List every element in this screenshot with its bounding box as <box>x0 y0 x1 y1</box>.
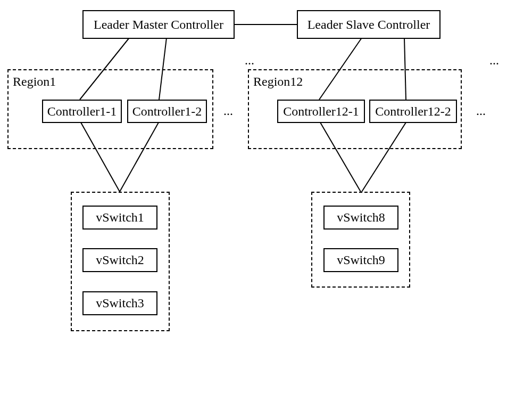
controller-12-1-label: Controller12-1 <box>283 104 359 119</box>
vswitch9-label: vSwitch9 <box>337 253 385 267</box>
leader-master-box: Leader Master Controller <box>82 10 235 39</box>
vswitch2-box: vSwitch2 <box>82 248 157 272</box>
vswitch8-label: vSwitch8 <box>337 210 385 225</box>
controller-1-2-label: Controller1-2 <box>132 104 202 119</box>
ellipsis-mid-right: ... <box>476 104 486 118</box>
controller-1-1-label: Controller1-1 <box>47 104 117 119</box>
vswitch3-box: vSwitch3 <box>82 291 157 315</box>
vswitch9-box: vSwitch9 <box>323 248 398 272</box>
controller-12-1-box: Controller12-1 <box>277 100 365 123</box>
region12-label: Region12 <box>253 75 303 89</box>
vswitch1-box: vSwitch1 <box>82 206 157 230</box>
ellipsis-mid-left: ... <box>223 104 233 118</box>
vswitch2-label: vSwitch2 <box>96 253 144 267</box>
leader-slave-label: Leader Slave Controller <box>307 18 430 32</box>
region1-label: Region1 <box>13 75 56 89</box>
vswitch8-box: vSwitch8 <box>323 206 398 230</box>
controller-12-2-box: Controller12-2 <box>369 100 457 123</box>
ellipsis-top-right: ... <box>489 53 499 68</box>
vswitch3-label: vSwitch3 <box>96 296 144 310</box>
leader-slave-box: Leader Slave Controller <box>297 10 440 39</box>
controller-1-2-box: Controller1-2 <box>127 100 207 123</box>
vswitch1-label: vSwitch1 <box>96 210 144 225</box>
leader-master-label: Leader Master Controller <box>94 18 223 32</box>
ellipsis-top: ... <box>245 53 254 68</box>
controller-1-1-box: Controller1-1 <box>42 100 122 123</box>
controller-12-2-label: Controller12-2 <box>375 104 451 119</box>
